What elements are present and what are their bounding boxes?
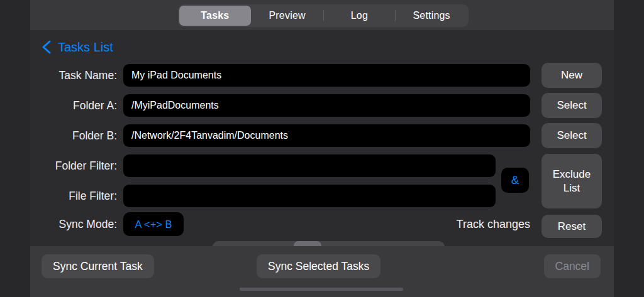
file-filter-label: File Filter: [30, 185, 117, 207]
file-filter-input[interactable] [123, 185, 496, 207]
back-button-label: Tasks List [58, 40, 113, 55]
tab-settings[interactable]: Settings [396, 6, 467, 26]
back-button[interactable]: Tasks List [42, 38, 113, 57]
select-folder-b-button[interactable]: Select [541, 123, 602, 148]
folder-b-label: Folder B: [30, 124, 117, 147]
sync-current-task-button[interactable]: Sync Current Task [42, 254, 154, 278]
exclude-list-button[interactable]: Exclude List [541, 154, 602, 208]
app-screen: Tasks Preview Log Settings Tasks List Ta… [0, 0, 644, 297]
folder-filter-input[interactable] [123, 154, 496, 177]
top-tab-bar: Tasks Preview Log Settings [30, 0, 614, 30]
sync-selected-tasks-button[interactable]: Sync Selected Tasks [257, 254, 380, 278]
task-name-label: Task Name: [30, 64, 117, 87]
task-name-input[interactable] [123, 64, 530, 87]
tab-preview[interactable]: Preview [252, 6, 323, 26]
folder-a-input[interactable] [123, 94, 530, 117]
track-changes-label: Track changes [345, 212, 530, 236]
chevron-left-icon [42, 40, 51, 54]
sync-mode-button[interactable]: A <+> B [123, 212, 184, 236]
reset-button[interactable]: Reset [541, 215, 602, 238]
filter-and-button[interactable]: & [501, 168, 529, 193]
bottom-toolbar: Sync Current Task Sync Selected Tasks Ca… [30, 246, 614, 297]
folder-filter-label: Folder Filter: [30, 154, 117, 177]
segmented-control: Tasks Preview Log Settings [178, 4, 469, 27]
tab-log[interactable]: Log [324, 6, 396, 26]
sync-mode-label: Sync Mode: [30, 212, 117, 236]
home-indicator[interactable] [240, 288, 403, 291]
tab-tasks[interactable]: Tasks [179, 6, 251, 26]
folder-a-label: Folder A: [30, 94, 117, 117]
cancel-button[interactable]: Cancel [544, 254, 601, 278]
select-folder-a-button[interactable]: Select [541, 93, 602, 118]
app-frame: Tasks Preview Log Settings Tasks List Ta… [30, 0, 614, 297]
folder-b-input[interactable] [123, 124, 530, 147]
new-button[interactable]: New [541, 63, 602, 88]
